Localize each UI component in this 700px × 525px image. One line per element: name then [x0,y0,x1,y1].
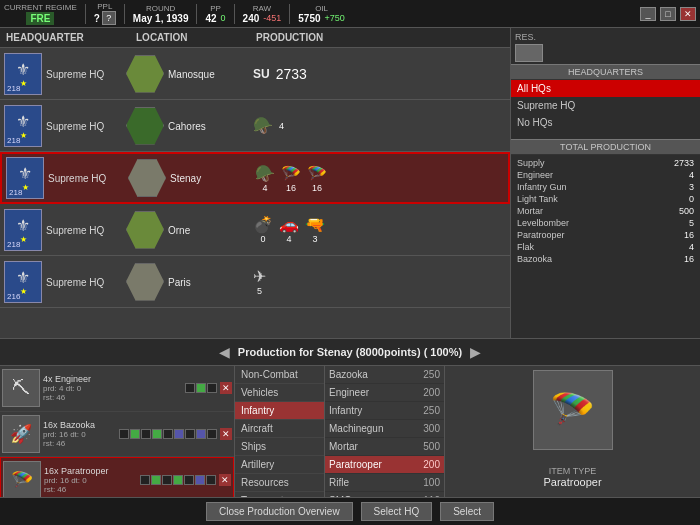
bar-cell [163,429,173,439]
collapse-left-button[interactable]: ◀ [219,344,230,360]
unit-name: Mortar [329,441,358,452]
close-button[interactable]: ✕ [680,7,696,21]
divider1 [85,4,86,24]
hq-icon: ⚜ ★ 216 [4,261,42,303]
unit-cost: 250 [423,405,440,416]
unit-paratrooper[interactable]: Paratrooper 200 [325,456,444,474]
unit-preview-image: 🪂 [533,370,613,450]
hq-filter-none[interactable]: No HQs [511,114,700,131]
unit-machinegun[interactable]: Machinegun 300 [325,420,444,438]
hq-row[interactable]: ⚜ ★ 218 Supreme HQ Orne 💣 0 🚗 4 [0,204,510,256]
unit-bazooka[interactable]: Bazooka 250 [325,366,444,384]
divider5 [289,4,290,24]
raw-delta: -451 [263,13,281,24]
infantry-icon: 🪖 [253,116,273,135]
prod-item: 🔫 3 [305,215,325,244]
prod-item: 🪂 16 [281,164,301,193]
cat-aircraft[interactable]: Aircraft [235,420,324,438]
cat-ships[interactable]: Ships [235,438,324,456]
divider3 [196,4,197,24]
hq-name: Supreme HQ [48,172,128,184]
hq-icon: ⚜ ★ 218 [4,53,42,95]
hq-num: 218 [9,188,22,197]
total-production-header: TOTAL PRODUCTION [511,139,700,155]
oil-delta: +750 [325,13,345,24]
hq-row[interactable]: ⚜ ★ 218 Supreme HQ Cahores 🪖 4 [0,100,510,152]
unit-name: Infantry [329,405,362,416]
queue-item-bazooka[interactable]: 🚀 16x Bazooka prd: 16 dt: 0rst: 46 ✕ [0,412,234,458]
raw-label: RAW [253,4,271,13]
paratrooper-stats: prd: 16 dt: 0rst: 46 [44,476,137,494]
prod-value: 5 [689,218,694,228]
hq-filter-all[interactable]: All HQs [511,80,700,97]
unit-mortar[interactable]: Mortar 500 [325,438,444,456]
pp-section: PP 42 0 [205,4,225,24]
stars-icon: ★ [20,235,27,244]
delete-bazooka-button[interactable]: ✕ [220,428,232,440]
ppl-info-button[interactable]: ? [102,11,116,25]
prod-label: Light Tank [517,194,558,204]
bar-cell [184,475,194,485]
prod-row-supply: Supply 2733 [515,157,696,169]
divider4 [234,4,235,24]
round-value: May 1, 1939 [133,13,189,24]
bazooka-info: 16x Bazooka prd: 16 dt: 0rst: 46 [43,420,116,448]
maximize-button[interactable]: □ [660,7,676,21]
unit-infantry[interactable]: Infantry 250 [325,402,444,420]
hq-filter-supreme[interactable]: Supreme HQ [511,97,700,114]
delete-paratrooper-button[interactable]: ✕ [219,474,231,486]
prod-item: ✈ 5 [253,267,266,296]
unit-name: Machinegun [329,423,383,434]
location-col: Stenay [170,172,255,184]
prod-label: Engineer [517,170,553,180]
delete-engineer-button[interactable]: ✕ [220,382,232,394]
unit-rifle[interactable]: Rifle 100 [325,474,444,492]
unit-engineer[interactable]: Engineer 200 [325,384,444,402]
stars-icon: ★ [20,287,27,296]
hq-flag-icon: ⚜ [16,60,30,79]
mortar-icon: 💣 [253,215,273,234]
bar-cell [173,475,183,485]
bar-cell [162,475,172,485]
select-hq-button[interactable]: Select HQ [361,502,433,521]
prod-label: Flak [517,242,534,252]
hq-name: Supreme HQ [46,276,126,288]
cat-vehicles[interactable]: Vehicles [235,384,324,402]
ppl-value: ? [94,13,100,24]
raw-section: RAW 240 -451 [243,4,282,24]
minimize-button[interactable]: _ [640,7,656,21]
hex-terrain-icon [126,263,164,301]
unit-name: Bazooka [329,369,368,380]
cat-non-combat[interactable]: Non-Combat [235,366,324,384]
hex-terrain-icon [126,211,164,249]
engineer-name: 4x Engineer [43,374,182,384]
upper-panel: HEADQUARTER LOCATION PRODUCTION ⚜ ★ 218 … [0,28,700,338]
hq-row[interactable]: ⚜ ★ 216 Supreme HQ Paris ✈ 5 [0,256,510,308]
bar-cell [195,475,205,485]
hq-icon: ⚜ ★ 218 [4,105,42,147]
hq-row[interactable]: ⚜ ★ 218 Supreme HQ Manosque SU 2733 [0,48,510,100]
unit-name: Rifle [329,477,349,488]
prod-item: 🪖 4 [255,164,275,193]
stars-icon: ★ [20,79,27,88]
close-production-button[interactable]: Close Production Overview [206,502,353,521]
bazooka-name: 16x Bazooka [43,420,116,430]
unit-cost: 100 [423,477,440,488]
cat-artillery[interactable]: Artillery [235,456,324,474]
prod-value: 4 [689,242,694,252]
paratrooper-info: 16x Paratrooper prd: 16 dt: 0rst: 46 [44,466,137,494]
hq-num: 218 [7,136,20,145]
ppl-label: PPL [97,2,112,11]
collapse-right-button[interactable]: ▶ [470,344,481,360]
pp-delta: 0 [221,13,226,24]
bar-cell [185,429,195,439]
prod-row-mortar: Mortar 500 [515,205,696,217]
bar-cell [140,475,150,485]
bar-cell [185,383,195,393]
select-button[interactable]: Select [440,502,494,521]
cat-infantry[interactable]: Infantry [235,402,324,420]
hq-row-selected[interactable]: ⚜ ★ 218 Supreme HQ Stenay 🪖 4 🪂 16 [0,152,510,204]
cat-resources[interactable]: Resources [235,474,324,492]
prod-label: Bazooka [517,254,552,264]
queue-item-engineer[interactable]: ⛏ 4x Engineer prd: 4 dt: 0rst: 46 ✕ [0,366,234,412]
